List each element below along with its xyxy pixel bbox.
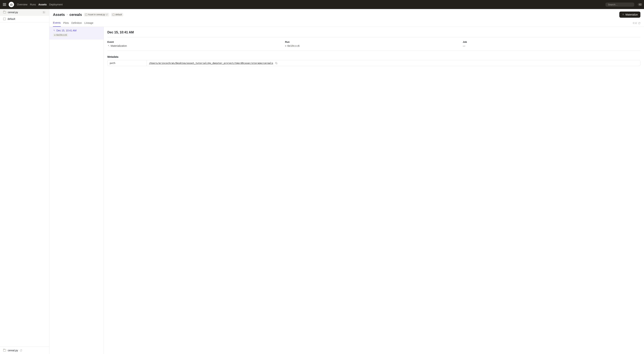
info-run: Run 6e19ccc6 — [285, 41, 463, 47]
breadcrumb: Assets cereals — [53, 13, 82, 17]
refresh-icon[interactable] — [638, 22, 640, 24]
sidebar-item-label: default — [8, 18, 15, 20]
breadcrumb-root[interactable]: Assets — [53, 13, 65, 17]
asset-icon — [85, 14, 87, 16]
details-title: Dec 15, 10:41 AM — [108, 31, 640, 34]
svg-point-1 — [11, 4, 11, 5]
info-grid: Event Materialization Run 6e19ccc6 — [108, 37, 640, 51]
gear-icon — [638, 3, 641, 6]
metadata-path-link[interactable]: /Users/erincochran/Desktop/asset_tutoria… — [149, 62, 273, 64]
metadata-key: path — [108, 60, 147, 66]
dagster-logo[interactable] — [9, 2, 14, 7]
tabs-row: Events Plots Definition Lineage 0:12 — [49, 20, 644, 27]
event-run-pill[interactable]: 6e19ccc6 — [53, 33, 68, 37]
breadcrumb-asset: cereals — [70, 13, 82, 17]
event-run-id: 6e19ccc6 — [56, 34, 67, 36]
top-nav: Overview Runs Assets Deployment / — [0, 0, 644, 9]
folder-icon — [3, 349, 6, 351]
tab-lineage[interactable]: Lineage — [84, 20, 93, 27]
op-icon — [112, 14, 114, 16]
nav-deployment[interactable]: Deployment — [49, 3, 63, 6]
info-label: Job — [463, 41, 640, 43]
sidebar-item-count: 1 — [42, 11, 46, 14]
op-icon — [3, 18, 6, 20]
asset-group-tag[interactable]: default — [111, 13, 123, 17]
chevron-right-icon — [66, 14, 68, 16]
external-link-icon — [106, 14, 108, 16]
event-details: Dec 15, 10:41 AM Event Materialization R… — [104, 27, 644, 354]
info-value: — — [463, 44, 640, 47]
sparkle-icon — [108, 45, 110, 47]
event-type-value: Materialization — [111, 44, 127, 47]
svg-point-5 — [639, 4, 640, 5]
tab-plots[interactable]: Plots — [63, 20, 69, 27]
metadata-section: Metadata path /Users/erincochran/Desktop… — [108, 55, 640, 66]
info-job: Job — — [463, 41, 640, 47]
tag-label: default — [115, 13, 122, 16]
refresh-timer: 0:12 — [633, 22, 640, 24]
info-event: Event Materialization — [108, 41, 285, 47]
nav-assets[interactable]: Assets — [38, 3, 47, 6]
sparkle-icon — [622, 14, 624, 16]
search-input[interactable] — [608, 3, 638, 6]
content-row: Dec 15, 10:41 AM 6e19ccc6 Dec 15, 10:41 … — [49, 27, 644, 354]
folder-icon — [3, 11, 6, 13]
tag-label: Asset in cereal.py — [88, 13, 105, 16]
svg-point-2 — [12, 4, 12, 5]
sidebar-item-cereal-py[interactable]: cereal.py 1 — [0, 9, 49, 16]
metadata-table: path /Users/erincochran/Desktop/asset_tu… — [108, 60, 640, 66]
search-box[interactable]: / — [606, 3, 634, 7]
info-label: Run — [285, 41, 463, 43]
status-dot-icon — [285, 45, 286, 47]
event-time: Dec 15, 10:41 AM — [53, 29, 100, 32]
sidebar-item-default[interactable]: default — [0, 16, 49, 22]
sparkle-icon — [53, 29, 55, 32]
svg-rect-7 — [276, 63, 277, 64]
sidebar-item-label: cereal.py — [8, 11, 18, 14]
nav-runs[interactable]: Runs — [30, 3, 36, 6]
refresh-icon[interactable] — [20, 349, 22, 352]
event-list: Dec 15, 10:41 AM 6e19ccc6 — [49, 27, 104, 354]
menu-toggle-button[interactable] — [2, 2, 7, 7]
metadata-value-cell: /Users/erincochran/Desktop/asset_tutoria… — [147, 60, 640, 66]
sidebar-items: cereal.py 1 default — [0, 9, 49, 346]
nav-links: Overview Runs Assets Deployment — [17, 3, 604, 6]
sidebar: cereal.py 1 default cereal.py — [0, 9, 49, 354]
event-timestamp: Dec 15, 10:41 AM — [56, 29, 76, 32]
page-header: Assets cereals Asset in cereal.py defaul… — [49, 9, 644, 20]
main-content: Assets cereals Asset in cereal.py defaul… — [49, 9, 644, 354]
materialize-button[interactable]: Materialize — [619, 12, 640, 18]
settings-button[interactable] — [637, 2, 642, 7]
asset-location-tag[interactable]: Asset in cereal.py — [84, 13, 110, 17]
status-dot-icon — [54, 35, 56, 36]
tab-definition[interactable]: Definition — [71, 20, 82, 27]
nav-overview[interactable]: Overview — [17, 3, 28, 6]
info-run-link[interactable]: 6e19ccc6 — [285, 44, 463, 47]
info-label: Event — [108, 41, 285, 43]
layout: cereal.py 1 default cereal.py Assets cer… — [0, 9, 644, 354]
sidebar-footer: cereal.py — [0, 346, 49, 354]
tab-events[interactable]: Events — [53, 20, 61, 27]
materialize-label: Materialize — [626, 13, 638, 16]
run-id-value: 6e19ccc6 — [288, 44, 300, 47]
event-list-item[interactable]: Dec 15, 10:41 AM 6e19ccc6 — [49, 27, 104, 39]
info-value: Materialization — [108, 44, 285, 47]
sidebar-footer-label: cereal.py — [8, 349, 18, 352]
octopus-icon — [9, 2, 14, 7]
metadata-heading: Metadata — [108, 55, 640, 58]
refresh-countdown: 0:12 — [633, 22, 637, 24]
copy-icon[interactable] — [275, 62, 278, 64]
svg-line-6 — [107, 14, 108, 15]
